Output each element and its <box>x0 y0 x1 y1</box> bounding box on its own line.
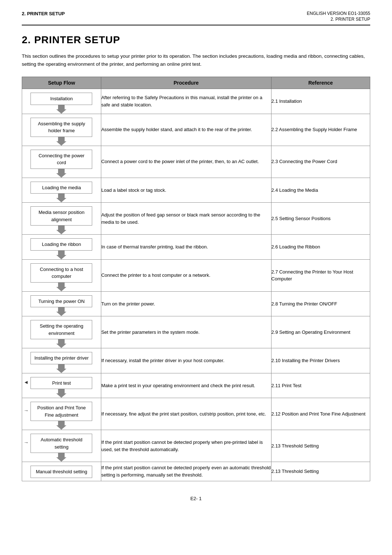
reference-cell-operating-env: 2.9 Setting an Operating Environment <box>271 316 370 348</box>
header-bar: 2. PRINTER SETUP ENGLISH VERSION EO1-330… <box>22 11 370 25</box>
table-row: Loading the mediaLoad a label stock or t… <box>22 178 370 203</box>
flow-cell-operating-env: Setting the operating environment <box>22 316 101 348</box>
page-footer: E2- 1 <box>22 496 370 501</box>
flow-arrow-sensor-position <box>56 226 66 234</box>
flow-box-power-cord: Connecting the power cord <box>30 150 92 169</box>
flow-cell-installation: Installation <box>22 89 101 114</box>
procedure-cell-operating-env: Set the printer parameters in the system… <box>101 316 271 348</box>
procedure-cell-host-computer: Connect the printer to a host computer o… <box>101 259 271 291</box>
flow-cell-print-tone: →Position and Print Tone Fine adjustment <box>22 398 101 430</box>
flow-arrow-auto-threshold <box>56 453 66 462</box>
flow-box-print-tone: Position and Print Tone Fine adjustment <box>30 402 92 421</box>
flow-arrow-power-on <box>56 307 66 316</box>
flow-arrow-power-cord <box>56 169 66 178</box>
header-section: 2. PRINTER SETUP <box>307 17 370 22</box>
table-row: InstallationAfter referring to the Safet… <box>22 89 370 114</box>
reference-cell-manual-threshold: 2.13 Threshold Setting <box>271 462 370 481</box>
flow-box-sensor-position: Media sensor position alignment <box>30 206 92 226</box>
procedure-cell-sensor-position: Adjust the position of feed gap sensor o… <box>101 203 271 235</box>
procedure-cell-loading-ribbon: In case of thermal transfer printing, lo… <box>101 235 271 260</box>
flow-box-supply-holder: Assembling the supply holder frame <box>30 118 92 137</box>
chapter-title: 2. PRINTER SETUP <box>22 34 370 46</box>
reference-cell-host-computer: 2.7 Connecting the Printer to Your Host … <box>271 259 370 291</box>
table-row: Media sensor position alignmentAdjust th… <box>22 203 370 235</box>
table-row: Setting the operating environmentSet the… <box>22 316 370 348</box>
reference-cell-supply-holder: 2.2 Assembling the Supply Holder Frame <box>271 114 370 146</box>
reference-cell-print-test: 2.11 Print Test <box>271 373 370 398</box>
procedure-cell-loading-media: Load a label stock or tag stock. <box>101 178 271 203</box>
table-row: →Automatic threshold settingIf the print… <box>22 430 370 462</box>
flow-cell-printer-driver: Installing the printer driver <box>22 348 101 373</box>
procedure-cell-print-tone: If necessary, fine adjust the print star… <box>101 398 271 430</box>
reference-cell-loading-ribbon: 2.6 Loading the Ribbon <box>271 235 370 260</box>
table-row: →Position and Print Tone Fine adjustment… <box>22 398 370 430</box>
flow-arrow-supply-holder <box>56 137 66 146</box>
flow-arrow-print-tone <box>56 421 66 430</box>
flow-box-manual-threshold: Manual threshold setting <box>30 466 92 478</box>
header-right: ENGLISH VERSION EO1-33055 2. PRINTER SET… <box>307 11 370 23</box>
reference-cell-printer-driver: 2.10 Installing the Printer Drivers <box>271 348 370 373</box>
flow-arrow-host-computer <box>56 283 66 291</box>
header-flow: Setup Flow <box>22 77 101 89</box>
flow-cell-loading-media: Loading the media <box>22 178 101 203</box>
flow-cell-power-on: Turning the power ON <box>22 291 101 316</box>
header-left: 2. PRINTER SETUP <box>22 11 65 16</box>
flow-box-power-on: Turning the power ON <box>30 295 92 308</box>
procedure-cell-print-test: Make a print test in your operating envi… <box>101 373 271 398</box>
header-version: ENGLISH VERSION EO1-33055 <box>307 11 370 16</box>
left-marker-auto-threshold: → <box>24 439 29 446</box>
table-row: Assembling the supply holder frameAssemb… <box>22 114 370 146</box>
flow-cell-sensor-position: Media sensor position alignment <box>22 203 101 235</box>
flow-arrow-installation <box>56 105 66 114</box>
table-row: Turning the power ONTurn on the printer … <box>22 291 370 316</box>
flow-box-printer-driver: Installing the printer driver <box>30 352 92 364</box>
procedure-cell-printer-driver: If necessary, install the printer driver… <box>101 348 271 373</box>
flow-arrow-print-test <box>56 389 66 398</box>
flow-cell-host-computer: Connecting to a host computer <box>22 259 101 291</box>
flow-box-operating-env: Setting the operating environment <box>30 320 92 339</box>
flow-arrow-printer-driver <box>56 364 66 373</box>
flow-cell-loading-ribbon: Loading the ribbon <box>22 235 101 260</box>
table-row: Connecting the power cordConnect a power… <box>22 146 370 178</box>
procedure-cell-installation: After referring to the Safety Precaution… <box>101 89 271 114</box>
setup-table: Setup Flow Procedure Reference Installat… <box>22 77 370 481</box>
procedure-cell-power-on: Turn on the printer power. <box>101 291 271 316</box>
flow-cell-power-cord: Connecting the power cord <box>22 146 101 178</box>
footer-text: E2- 1 <box>190 496 201 501</box>
flow-box-auto-threshold: Automatic threshold setting <box>30 434 92 453</box>
flow-box-host-computer: Connecting to a host computer <box>30 263 92 283</box>
table-row: Loading the ribbonIn case of thermal tra… <box>22 235 370 260</box>
reference-cell-installation: 2.1 Installation <box>271 89 370 114</box>
flow-box-print-test: Print test <box>30 377 92 389</box>
flow-arrow-operating-env <box>56 339 66 348</box>
flow-box-loading-ribbon: Loading the ribbon <box>30 238 92 251</box>
procedure-cell-manual-threshold: If the print start position cannot be de… <box>101 462 271 481</box>
procedure-cell-auto-threshold: If the print start position cannot be de… <box>101 430 271 462</box>
flow-arrow-loading-ribbon <box>56 251 66 259</box>
flow-cell-supply-holder: Assembling the supply holder frame <box>22 114 101 146</box>
table-row: Connecting to a host computerConnect the… <box>22 259 370 291</box>
table-row: Manual threshold settingIf the print sta… <box>22 462 370 481</box>
flow-arrow-loading-media <box>56 194 66 202</box>
left-marker-print-tone: → <box>24 407 29 414</box>
intro-text: This section outlines the procedures to … <box>22 52 370 68</box>
flow-cell-print-test: ◄Print test <box>22 373 101 398</box>
reference-cell-loading-media: 2.4 Loading the Media <box>271 178 370 203</box>
flow-box-loading-media: Loading the media <box>30 182 92 194</box>
table-row: Installing the printer driverIf necessar… <box>22 348 370 373</box>
left-marker-print-test: ◄ <box>24 378 29 386</box>
page: 2. PRINTER SETUP ENGLISH VERSION EO1-330… <box>0 0 392 555</box>
flow-box-installation: Installation <box>30 93 92 105</box>
header-reference: Reference <box>271 77 370 89</box>
procedure-cell-power-cord: Connect a power cord to the power inlet … <box>101 146 271 178</box>
flow-cell-auto-threshold: →Automatic threshold setting <box>22 430 101 462</box>
procedure-cell-supply-holder: Assemble the supply holder stand, and at… <box>101 114 271 146</box>
reference-cell-print-tone: 2.12 Position and Print Tone Fine Adjust… <box>271 398 370 430</box>
table-row: ◄Print testMake a print test in your ope… <box>22 373 370 398</box>
flow-cell-manual-threshold: Manual threshold setting <box>22 462 101 481</box>
header-procedure: Procedure <box>101 77 271 89</box>
reference-cell-sensor-position: 2.5 Setting Sensor Positions <box>271 203 370 235</box>
reference-cell-power-cord: 2.3 Connecting the Power Cord <box>271 146 370 178</box>
reference-cell-power-on: 2.8 Turning the Printer ON/OFF <box>271 291 370 316</box>
reference-cell-auto-threshold: 2.13 Threshold Setting <box>271 430 370 462</box>
